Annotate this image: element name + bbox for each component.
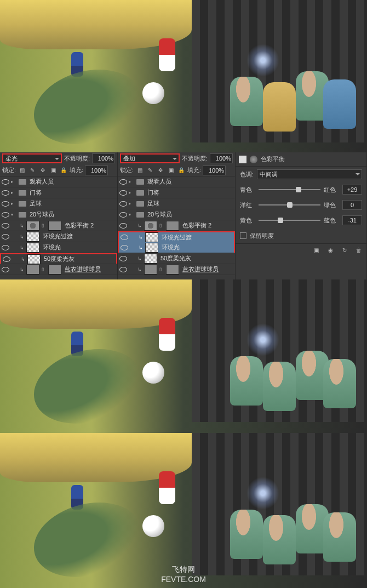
visibility-icon[interactable] <box>1 189 10 197</box>
color-balance-panel: 色彩平衡 色调: 中间调 青色 红色 +29 洋红 绿色 0 黄色 蓝色 -31… <box>236 152 367 279</box>
opacity-label: 不透明度: <box>64 155 90 163</box>
layer-row[interactable]: ↳▯色彩平衡 2 <box>0 220 117 231</box>
lock-brush-icon[interactable]: ✎ <box>146 166 154 175</box>
visibility-icon[interactable] <box>1 232 10 241</box>
slider-value[interactable]: -31 <box>342 215 362 225</box>
slider-right-label: 蓝色 <box>324 216 339 225</box>
slider-left-label: 洋红 <box>240 201 255 209</box>
photoshop-panels: 柔光 不透明度: 100% 锁定: ▨ ✎ ✥ ▣ 🔒 填充: 100% 观看人… <box>0 152 367 279</box>
color-balance-icon2 <box>250 156 257 163</box>
visibility-icon[interactable] <box>119 189 128 197</box>
layer-row[interactable]: 观看人员 <box>118 176 235 187</box>
visibility-icon[interactable] <box>2 255 11 264</box>
layer-row[interactable]: ↳▯蓝衣进球球员 <box>0 264 117 275</box>
delete-icon[interactable]: 🗑 <box>354 246 363 255</box>
lock-artboard-icon[interactable]: ▣ <box>167 166 175 175</box>
layer-row[interactable]: 足球 <box>118 198 235 209</box>
layer-list-mid: 观看人员 门将 足球 20号球员 ↳▯色彩平衡 2 ↳环境光过渡 ↳环境光 ↳5… <box>118 176 235 275</box>
layer-thumb <box>144 265 157 275</box>
layers-panel-left: 柔光 不透明度: 100% 锁定: ▨ ✎ ✥ ▣ 🔒 填充: 100% 观看人… <box>0 152 118 279</box>
folder-icon <box>19 190 26 196</box>
visibility-icon[interactable] <box>119 210 128 219</box>
layer-row[interactable]: ↳▯蓝衣进球球员 <box>118 264 235 275</box>
visibility-icon[interactable] <box>1 221 10 230</box>
blend-mode-dropdown[interactable]: 柔光 <box>2 153 62 163</box>
preserve-luminosity-checkbox[interactable] <box>240 232 246 239</box>
layer-list-left: 观看人员 门将 足球 20号球员 ↳▯色彩平衡 2 ↳环境光过渡 ↳环境光 ↳5… <box>0 176 117 275</box>
folder-icon <box>136 190 144 196</box>
layer-row[interactable]: ↳环境光过渡 <box>118 231 235 242</box>
layer-thumb <box>145 243 158 253</box>
folder-icon <box>136 179 144 185</box>
slider-right-label: 绿色 <box>324 201 339 209</box>
fill-label: 填充: <box>70 166 83 174</box>
yellow-blue-slider[interactable] <box>259 216 320 225</box>
slider-value[interactable]: +29 <box>342 185 362 195</box>
tone-dropdown[interactable]: 中间调 <box>257 169 362 179</box>
visibility-icon[interactable] <box>1 199 10 208</box>
layer-row[interactable]: ↳环境光 <box>118 242 235 253</box>
visibility-icon[interactable] <box>119 178 128 186</box>
slider-value[interactable]: 0 <box>342 200 362 210</box>
magenta-green-slider[interactable] <box>259 201 320 209</box>
lock-all-icon[interactable]: 🔒 <box>177 166 186 175</box>
layer-thumb <box>26 221 39 231</box>
lock-transparency-icon[interactable]: ▨ <box>135 166 144 175</box>
layer-row[interactable]: ↳环境光过渡 <box>0 231 117 242</box>
blend-mode-dropdown[interactable]: 叠加 <box>120 153 180 163</box>
layer-thumb <box>145 232 158 242</box>
lock-move-icon[interactable]: ✥ <box>156 166 165 175</box>
visibility-icon[interactable] <box>1 178 10 186</box>
lock-all-icon[interactable]: 🔒 <box>59 166 68 175</box>
visibility-icon[interactable] <box>119 254 128 263</box>
layer-row[interactable]: 观看人员 <box>0 176 117 187</box>
opacity-input[interactable]: 100% <box>210 153 233 163</box>
layer-row[interactable]: 20号球员 <box>0 209 117 220</box>
lock-artboard-icon[interactable]: ▣ <box>49 166 58 175</box>
opacity-input[interactable]: 100% <box>92 153 115 163</box>
layer-row[interactable]: ↳环境光 <box>0 242 117 253</box>
fill-input[interactable]: 100% <box>203 165 226 175</box>
reset-icon[interactable]: ↻ <box>340 246 349 255</box>
folder-icon <box>136 201 144 207</box>
layer-row[interactable]: 20号球员 <box>118 209 235 220</box>
layer-thumb <box>26 232 39 242</box>
layer-row[interactable]: ↳50度柔光灰 <box>0 253 117 264</box>
view-icon[interactable]: ◉ <box>326 246 335 255</box>
preserve-luminosity-label: 保留明度 <box>250 232 274 240</box>
clip-icon[interactable]: ▣ <box>312 246 320 255</box>
layer-row[interactable]: 门将 <box>118 187 235 198</box>
lock-move-icon[interactable]: ✥ <box>38 166 47 175</box>
lock-brush-icon[interactable]: ✎ <box>28 166 37 175</box>
layer-thumb <box>26 265 39 275</box>
composite-image-bottom: 飞特网 FEVTE.COM <box>0 433 367 588</box>
folder-icon <box>19 201 26 207</box>
visibility-icon[interactable] <box>120 243 129 252</box>
folder-icon <box>19 212 26 218</box>
layer-thumb <box>144 254 157 264</box>
visibility-icon[interactable] <box>1 265 10 274</box>
layer-thumb <box>144 221 157 231</box>
slider-right-label: 红色 <box>324 186 339 194</box>
layer-row[interactable]: ↳50度柔光灰 <box>118 253 235 264</box>
visibility-icon[interactable] <box>119 199 128 208</box>
mask-thumb <box>166 265 179 275</box>
layer-row[interactable]: ↳▯色彩平衡 2 <box>118 220 235 231</box>
visibility-icon[interactable] <box>1 210 10 219</box>
visibility-icon[interactable] <box>119 265 128 274</box>
layer-row[interactable]: 门将 <box>0 187 117 198</box>
layer-row[interactable]: 足球 <box>0 198 117 209</box>
visibility-icon[interactable] <box>120 233 129 242</box>
cyan-red-slider[interactable] <box>259 185 320 194</box>
fill-input[interactable]: 100% <box>85 165 108 175</box>
fill-label: 填充: <box>187 166 201 174</box>
layer-thumb <box>26 243 39 253</box>
slider-left-label: 黄色 <box>240 216 255 225</box>
composite-image-mid <box>0 279 367 433</box>
mask-thumb <box>166 221 179 231</box>
visibility-icon[interactable] <box>1 243 10 252</box>
color-balance-icon <box>239 156 246 163</box>
lock-transparency-icon[interactable]: ▨ <box>18 166 26 175</box>
visibility-icon[interactable] <box>119 221 128 230</box>
layer-thumb <box>27 254 41 264</box>
